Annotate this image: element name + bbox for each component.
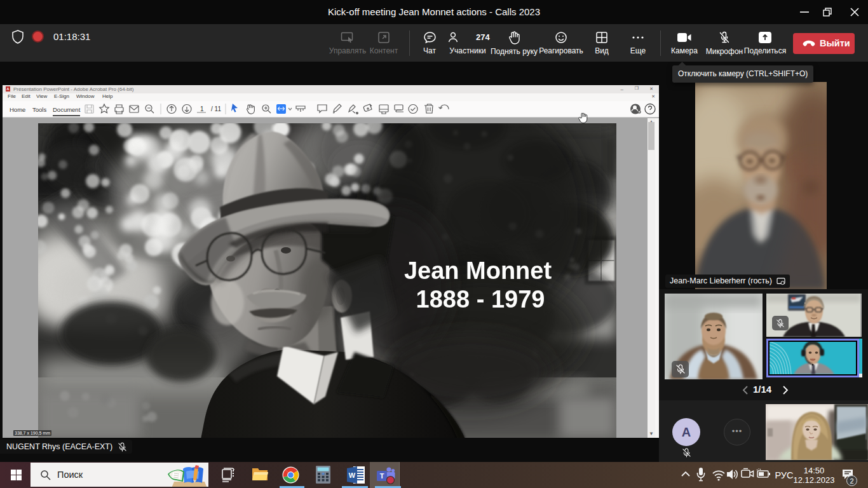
svg-text:T: T (380, 472, 384, 480)
svg-text:W: W (349, 471, 356, 479)
svg-text:Jean Monnet: Jean Monnet (404, 257, 552, 284)
svg-text:1: 1 (200, 105, 204, 112)
svg-text:/ 11: / 11 (211, 105, 221, 112)
svg-text:1888 - 1979: 1888 - 1979 (416, 286, 545, 313)
